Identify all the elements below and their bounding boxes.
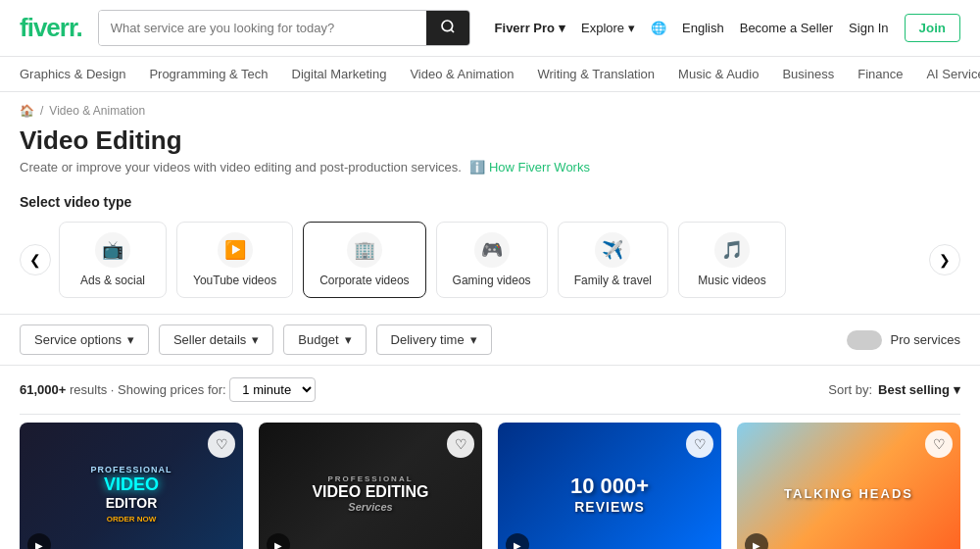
chevron-down-icon: ▾ [127, 332, 134, 347]
video-types-list: 📺 Ads & social ▶️ YouTube videos 🏢 Corpo… [59, 222, 921, 298]
card-heart-3[interactable]: ♡ [686, 430, 713, 458]
corporate-label: Corporate videos [319, 274, 409, 287]
page-title: Video Editing [20, 125, 960, 156]
pro-services-label: Pro services [890, 332, 960, 347]
gaming-icon: 🎮 [474, 232, 510, 268]
showing-prices-label: Showing prices for: [118, 382, 226, 397]
card-heart-4[interactable]: ♡ [925, 430, 953, 458]
card-heart-2[interactable]: ♡ [447, 430, 474, 458]
nav-item-music[interactable]: Music & Audio [678, 67, 759, 81]
nav-item-ai[interactable]: AI Services [926, 67, 980, 81]
youtube-label: YouTube videos [193, 274, 276, 287]
video-type-scroll: ❮ 📺 Ads & social ▶️ YouTube videos 🏢 Cor… [20, 222, 960, 298]
table-row[interactable]: PROFESSIONAL VIDEO EDITOR ORDER NOW ♡ ▶ … [20, 423, 243, 549]
table-row[interactable]: PROFESSIONAL VIDEO EDITING Services ♡ ▶ … [259, 423, 482, 549]
service-options-button[interactable]: Service options ▾ [20, 324, 149, 355]
table-row[interactable]: 10 000+ REVIEWS ♡ ▶ K Ad by Kristiyan To… [498, 423, 721, 549]
breadcrumb-current: Video & Animation [49, 104, 145, 118]
video-type-ads[interactable]: 📺 Ads & social [59, 222, 167, 298]
video-type-section: Select video type ❮ 📺 Ads & social ▶️ Yo… [0, 186, 980, 314]
gaming-label: Gaming videos [453, 274, 531, 287]
card-image-1: PROFESSIONAL VIDEO EDITOR ORDER NOW ♡ ▶ [20, 423, 243, 549]
youtube-icon: ▶️ [218, 232, 253, 268]
nav-item-video[interactable]: Video & Animation [410, 67, 514, 81]
family-label: Family & travel [574, 274, 652, 287]
scroll-left-button[interactable]: ❮ [20, 244, 51, 275]
nav-bar: Graphics & Design Programming & Tech Dig… [0, 57, 980, 92]
chevron-down-icon: ▾ [470, 332, 477, 347]
chevron-down-icon: ▾ [252, 332, 259, 347]
results-count: 61,000+ results · [20, 382, 114, 397]
nav-item-programming[interactable]: Programming & Tech [149, 67, 268, 81]
sort-option-button[interactable]: Best selling ▾ [878, 382, 960, 397]
corporate-icon: 🏢 [347, 232, 382, 268]
breadcrumb-separator: / [40, 104, 43, 118]
logo[interactable]: fiverr. [20, 13, 82, 43]
music-label: Music videos [698, 274, 765, 287]
fiverr-pro-label: Fiverr Pro [495, 21, 555, 35]
service-options-label: Service options [34, 332, 122, 347]
page-title-section: Video Editing Create or improve your vid… [0, 118, 980, 186]
explore-btn[interactable]: Explore ▾ [581, 21, 635, 35]
fiverr-pro-btn[interactable]: Fiverr Pro ▾ [495, 21, 565, 35]
duration-select[interactable]: 1 minute [229, 377, 316, 402]
budget-label: Budget [298, 332, 338, 347]
delivery-time-label: Delivery time [391, 332, 465, 347]
search-bar [98, 10, 470, 46]
search-button[interactable] [426, 11, 469, 45]
header-right: Fiverr Pro ▾ Explore ▾ 🌐 English Become … [495, 14, 960, 42]
card-image-2: PROFESSIONAL VIDEO EDITING Services ♡ ▶ [259, 423, 482, 549]
seller-details-label: Seller details [173, 332, 246, 347]
chevron-down-icon: ▾ [954, 382, 960, 397]
card-image-4: TALKING HEADS ♡ ▶ [737, 423, 960, 549]
breadcrumb: 🏠 / Video & Animation [0, 92, 980, 118]
page-subtitle: Create or improve your videos with video… [20, 160, 960, 175]
nav-item-writing[interactable]: Writing & Translation [537, 67, 655, 81]
svg-point-0 [442, 21, 453, 31]
results-count-value: 61,000+ [20, 382, 66, 397]
video-type-family[interactable]: ✈️ Family & travel [558, 222, 668, 298]
video-type-youtube[interactable]: ▶️ YouTube videos [176, 222, 293, 298]
seller-details-button[interactable]: Seller details ▾ [159, 324, 273, 355]
nav-item-finance[interactable]: Finance [858, 67, 903, 81]
info-icon: ℹ️ [469, 160, 485, 175]
budget-button[interactable]: Budget ▾ [283, 324, 366, 355]
language-link[interactable]: English [682, 21, 724, 35]
video-type-corporate[interactable]: 🏢 Corporate videos [303, 222, 425, 298]
svg-line-1 [451, 29, 454, 32]
results-info: 61,000+ results · Showing prices for: 1 … [0, 366, 980, 414]
table-row[interactable]: TALKING HEADS ♡ ▶ S Ad by Sia Top Rated … [737, 423, 960, 549]
pro-toggle-section: Pro services [847, 330, 960, 350]
chevron-down-icon: ▾ [559, 21, 565, 35]
explore-label: Explore [581, 21, 624, 35]
subtitle-text: Create or improve your videos with video… [20, 160, 462, 175]
nav-item-digital-marketing[interactable]: Digital Marketing [292, 67, 387, 81]
card-image-3: 10 000+ REVIEWS ♡ ▶ [498, 423, 721, 549]
video-type-music[interactable]: 🎵 Music videos [678, 222, 786, 298]
nav-item-business[interactable]: Business [782, 67, 834, 81]
pro-services-toggle[interactable] [847, 330, 882, 350]
sort-section: Sort by: Best selling ▾ [828, 382, 960, 397]
chevron-down-icon: ▾ [345, 332, 352, 347]
delivery-time-button[interactable]: Delivery time ▾ [376, 324, 492, 355]
breadcrumb-home[interactable]: 🏠 [20, 104, 34, 118]
family-icon: ✈️ [595, 232, 630, 268]
sign-in-link[interactable]: Sign In [849, 21, 888, 35]
join-button[interactable]: Join [905, 14, 960, 42]
ads-label: Ads & social [80, 274, 145, 287]
video-type-heading: Select video type [20, 194, 960, 210]
music-icon: 🎵 [714, 232, 750, 268]
scroll-right-button[interactable]: ❯ [929, 244, 960, 275]
cards-grid: PROFESSIONAL VIDEO EDITOR ORDER NOW ♡ ▶ … [0, 415, 980, 549]
search-input[interactable] [99, 11, 426, 45]
become-seller-link[interactable]: Become a Seller [740, 21, 833, 35]
how-fiverr-works-link[interactable]: ℹ️ How Fiverr Works [469, 160, 590, 175]
how-it-works-label: How Fiverr Works [489, 160, 590, 175]
sort-by-label: Sort by: [828, 382, 872, 397]
header: fiverr. Fiverr Pro ▾ Explore ▾ 🌐 English… [0, 0, 980, 57]
chevron-down-icon: ▾ [628, 21, 635, 35]
video-type-gaming[interactable]: 🎮 Gaming videos [436, 222, 548, 298]
card-heart-1[interactable]: ♡ [208, 430, 235, 458]
ads-icon: 📺 [95, 232, 130, 268]
nav-item-graphics[interactable]: Graphics & Design [20, 67, 125, 81]
